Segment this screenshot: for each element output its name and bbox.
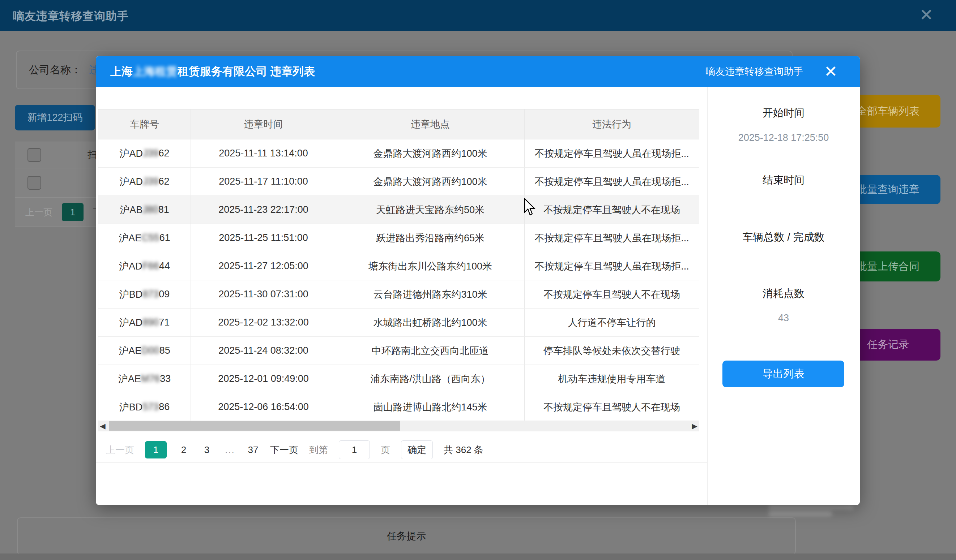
page-ellipsis: ... <box>224 444 236 456</box>
goto-page-input[interactable]: 1 <box>339 441 370 459</box>
page-number-3[interactable]: 3 <box>201 444 213 456</box>
page-number-1[interactable]: 1 <box>145 441 167 458</box>
redacted-company-name: 上海租赁 <box>133 65 178 78</box>
redacted-plate-digits: D00 <box>142 345 159 356</box>
select-all-checkbox[interactable] <box>27 148 41 162</box>
background-prev-page[interactable]: 上一页 <box>25 206 52 218</box>
modal-header: 上海上海租赁租赁服务有限公司 违章列表 嘀友违章转移查询助手 ✕ <box>96 56 860 87</box>
assistant-name-text: 嘀友违章转移查询助手 <box>706 65 803 78</box>
redacted-plate-digits: M76 <box>141 373 160 384</box>
row-checkbox[interactable] <box>27 176 41 190</box>
scrollbar-thumb[interactable] <box>109 421 400 431</box>
task-hint-text: 任务提示 <box>387 530 426 543</box>
confirm-button[interactable]: 确定 <box>401 441 433 459</box>
col-plate: 车牌号 <box>98 110 191 139</box>
task-info-panel: 开始时间 2025-12-18 17:25:50 结束时间 车辆总数 / 完成数… <box>707 87 860 505</box>
violation-list-modal: 上海上海租赁租赁服务有限公司 违章列表 嘀友违章转移查询助手 ✕ 车牌号 违章时… <box>96 56 860 505</box>
company-name-label: 公司名称： <box>29 63 81 77</box>
violation-row[interactable]: 沪AEC5561 2025-11-25 11:51:00 跃进路出秀沿路南约65… <box>98 224 699 252</box>
redacted-plate-digits: 573 <box>143 402 159 413</box>
violation-row[interactable]: 沪AED0085 2025-11-24 08:32:00 中环路南北立交西向北匝… <box>98 336 699 364</box>
mouse-cursor <box>524 198 536 217</box>
blurred-watermark <box>766 503 856 524</box>
violation-row[interactable]: 沪AEM7633 2025-12-01 09:49:00 浦东南路/洪山路（西向… <box>98 364 699 393</box>
scroll-right-arrow-icon[interactable]: ▶ <box>690 422 698 430</box>
start-time-value: 2025-12-18 17:25:50 <box>707 132 860 143</box>
page-number-2[interactable]: 2 <box>178 444 190 456</box>
app-title: 嘀友违章转移查询助手 <box>13 9 129 24</box>
redacted-plate-digits: 873 <box>143 289 159 300</box>
violation-row[interactable]: 沪ADF6644 2025-11-27 12:05:00 塘东街出东川公路东约1… <box>98 252 699 280</box>
screen: 嘀友违章转移查询助手 ✕ 公司名称： 违章 新增122扫码 扫 上一页 1 下一… <box>0 0 956 560</box>
redacted-plate-digits: F66 <box>142 260 159 272</box>
redacted-plate-digits: J39 <box>143 148 159 159</box>
violation-row[interactable]: 沪ABJ8081 2025-11-23 22:17:00 天虹路进天宝路东约50… <box>98 196 699 224</box>
col-location: 违章地点 <box>336 110 525 139</box>
end-time-label: 结束时间 <box>707 173 860 188</box>
goto-label: 到第 <box>309 444 328 456</box>
violation-row[interactable]: 沪BD87309 2025-11-30 07:31:00 云台路进德州路东约31… <box>98 280 699 308</box>
violation-row[interactable]: 沪ADJ3962 2025-11-17 11:10:00 金鼎路大渡河路西约10… <box>98 167 699 196</box>
background-page-1[interactable]: 1 <box>62 203 83 221</box>
violation-table-header: 车牌号 违章时间 违章地点 违法行为 <box>98 110 699 139</box>
task-hint-panel: 任务提示 <box>17 518 796 555</box>
window-close-icon[interactable]: ✕ <box>919 8 934 22</box>
app-header: 嘀友违章转移查询助手 ✕ <box>0 0 956 31</box>
vehicle-count-label: 车辆总数 / 完成数 <box>707 230 860 245</box>
violation-row[interactable]: 沪ADJ3962 2025-11-11 13:14:00 金鼎路大渡河路西约10… <box>98 139 699 167</box>
redacted-plate-digits: J39 <box>143 176 159 187</box>
goto-unit-label: 页 <box>381 444 390 456</box>
violation-table: 车牌号 违章时间 违章地点 违法行为 沪ADJ3962 2025-11-11 1… <box>98 109 699 421</box>
horizontal-scrollbar[interactable]: ◀ ▶ <box>98 420 699 431</box>
points-value: 43 <box>707 312 860 324</box>
col-violation: 违法行为 <box>525 110 699 139</box>
start-time-label: 开始时间 <box>707 106 860 120</box>
pagination-divider <box>96 463 707 463</box>
add-122-scan-button[interactable]: 新增122扫码 <box>15 105 95 130</box>
violation-row[interactable]: 沪BD57386 2025-12-06 16:54:00 崮山路进博山路北约14… <box>98 393 699 421</box>
redacted-plate-digits: J80 <box>143 204 158 215</box>
total-count-text: 共 362 条 <box>443 444 483 456</box>
points-label: 消耗点数 <box>707 287 860 301</box>
page-number-37[interactable]: 37 <box>247 444 259 456</box>
prev-page-button[interactable]: 上一页 <box>106 444 134 456</box>
modal-close-icon[interactable]: ✕ <box>824 64 837 79</box>
bottom-strip <box>0 554 956 560</box>
modal-pagination: 上一页 123...37 下一页 到第 1 页 确定 共 362 条 <box>98 438 699 462</box>
redacted-plate-digits: C55 <box>142 232 159 243</box>
modal-title: 上海上海租赁租赁服务有限公司 违章列表 <box>110 64 315 79</box>
violation-row[interactable]: 沪AD89071 2025-12-02 13:32:00 水城路出虹桥路北约10… <box>98 308 699 336</box>
export-list-button[interactable]: 导出列表 <box>722 361 844 387</box>
col-time: 违章时间 <box>191 110 336 139</box>
next-page-button[interactable]: 下一页 <box>270 444 298 456</box>
scroll-left-arrow-icon[interactable]: ◀ <box>99 422 107 430</box>
redacted-plate-digits: 890 <box>143 317 159 328</box>
